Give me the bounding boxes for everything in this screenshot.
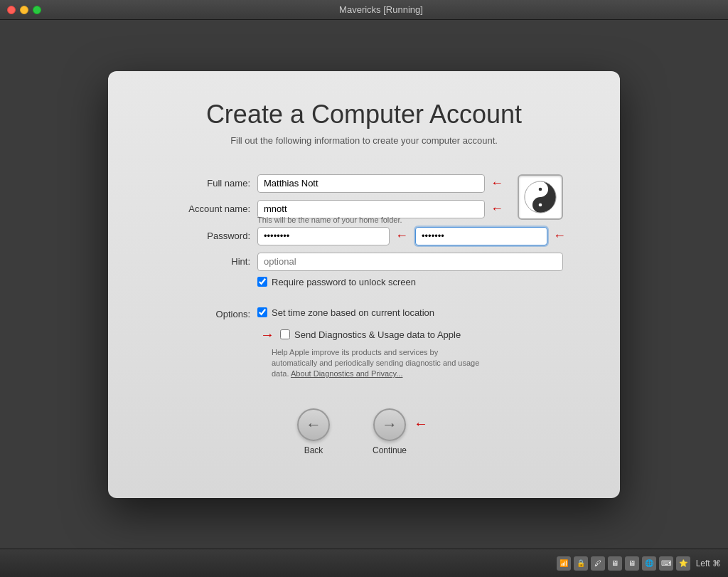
dialog-title: Create a Computer Account <box>206 100 522 129</box>
password-label: Password: <box>165 231 257 241</box>
taskbar-icon-3[interactable]: 🖊 <box>591 556 605 571</box>
taskbar-icon-5[interactable]: 🖥 <box>625 556 639 571</box>
arrow-indicator-account: ← <box>491 201 503 216</box>
arrow-indicator-continue: ← <box>414 415 428 432</box>
dialog: Create a Computer Account Fill out the f… <box>108 71 620 498</box>
taskbar-icon-2[interactable]: 🔒 <box>574 556 588 571</box>
taskbar-icon-1[interactable]: 📶 <box>557 556 571 571</box>
traffic-lights[interactable] <box>7 6 41 14</box>
options-row: Options: Set time zone based on current … <box>165 307 563 380</box>
window-title: Mavericks [Running] <box>41 4 721 15</box>
password-first-wrapper: ← <box>257 227 411 245</box>
arrow-indicator-password-confirm: ← <box>553 228 566 243</box>
arrow-indicator-password: ← <box>395 228 408 243</box>
continue-button-row: → Continue ← <box>373 408 431 455</box>
main-area: Create a Computer Account Fill out the f… <box>0 20 728 549</box>
hint-label: Hint: <box>165 256 257 267</box>
diagnostics-description: Help Apple improve its products and serv… <box>272 347 485 380</box>
back-button-label: Back <box>304 445 323 455</box>
timezone-label: Set time zone based on current location <box>272 307 434 318</box>
title-bar: Mavericks [Running] <box>0 0 728 20</box>
require-password-label[interactable]: Require password to unlock screen <box>257 277 563 287</box>
form-fields: Full name: ← Account name: ← <box>165 174 506 218</box>
full-name-input-wrapper: ← <box>257 174 506 193</box>
diagnostics-text: Send Diagnostics & Usage data to Apple <box>294 329 461 340</box>
maximize-button[interactable] <box>33 6 41 14</box>
arrow-indicator-fullname: ← <box>491 176 503 191</box>
password-confirm-wrapper: ← <box>415 227 569 245</box>
options-label: Options: <box>165 307 257 319</box>
dialog-subtitle: Fill out the following information to cr… <box>230 135 498 146</box>
taskbar-icon-4[interactable]: 🖥 <box>608 556 622 571</box>
continue-area: → Continue ← <box>373 408 431 455</box>
require-password-checkbox[interactable] <box>257 277 267 287</box>
back-arrow-icon: ← <box>306 415 321 434</box>
taskbar-icon-7[interactable]: ⌨ <box>659 556 673 571</box>
back-button[interactable]: ← Back <box>297 408 330 455</box>
taskbar-text: Left ⌘ <box>696 559 721 568</box>
full-name-row: Full name: ← <box>165 174 506 193</box>
diagnostics-row: → Send Diagnostics & Usage data to Apple <box>257 327 485 343</box>
buttons-area: ← Back → Continue ← <box>144 408 584 455</box>
close-button[interactable] <box>7 6 16 14</box>
yin-yang-icon <box>524 181 557 213</box>
minimize-button[interactable] <box>20 6 28 14</box>
diagnostics-link[interactable]: About Diagnostics and Privacy... <box>291 369 403 378</box>
form-section: Full name: ← Account name: ← <box>165 174 563 220</box>
require-password-text: Require password to unlock screen <box>272 277 416 287</box>
continue-button-icon: → <box>373 408 406 441</box>
svg-point-3 <box>539 187 542 191</box>
diagnostics-checkbox[interactable] <box>280 329 290 339</box>
require-password-row: Require password to unlock screen <box>165 277 563 292</box>
account-name-hint: This will be the name of your home folde… <box>165 216 563 224</box>
back-button-icon: ← <box>297 408 330 441</box>
taskbar-icon-6[interactable]: 🌐 <box>642 556 656 571</box>
full-name-label: Full name: <box>165 178 257 189</box>
diagnostics-label[interactable]: Send Diagnostics & Usage data to Apple <box>280 329 461 340</box>
avatar[interactable] <box>518 174 563 220</box>
password-input[interactable] <box>257 227 390 245</box>
arrow-indicator-diagnostics: → <box>260 327 274 343</box>
password-row: Password: ← ← <box>165 227 563 245</box>
timezone-checkbox[interactable] <box>257 307 267 317</box>
account-name-label: Account name: <box>165 203 257 214</box>
timezone-row[interactable]: Set time zone based on current location <box>257 307 485 318</box>
hint-input[interactable] <box>257 253 563 271</box>
taskbar-icon-8[interactable]: ⭐ <box>676 556 690 571</box>
hint-row: Hint: <box>165 253 563 271</box>
continue-arrow-icon: → <box>382 415 397 434</box>
password-inputs: ← ← <box>257 227 569 245</box>
continue-button-label: Continue <box>373 445 407 455</box>
options-checkboxes: Set time zone based on current location … <box>257 307 485 380</box>
svg-point-4 <box>539 203 542 206</box>
taskbar: 📶 🔒 🖊 🖥 🖥 🌐 ⌨ ⭐ Left ⌘ <box>0 549 728 577</box>
password-confirm-input[interactable] <box>415 227 547 245</box>
continue-button[interactable]: → Continue <box>373 408 407 455</box>
full-name-input[interactable] <box>257 174 485 193</box>
